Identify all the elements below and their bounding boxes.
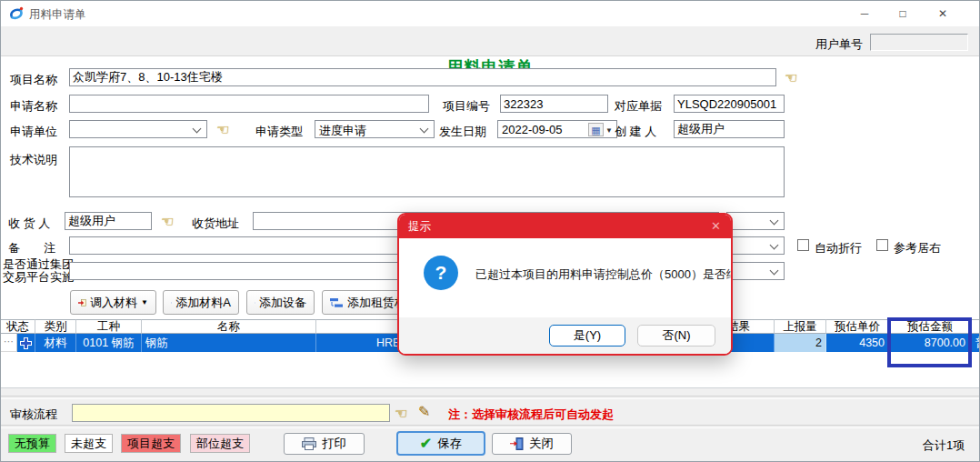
project-picker-hand-icon[interactable]: ☜: [785, 71, 797, 85]
dialog-close-icon[interactable]: ✕: [711, 215, 721, 238]
divider: [1, 396, 979, 399]
chevron-down-icon: [770, 216, 779, 226]
workflow-label: 审核流程: [10, 407, 57, 423]
via-group-label: 是否通过集团交易平台实施: [3, 258, 74, 284]
header-band: 用料申请单 用户单号: [1, 26, 979, 56]
workflow-input[interactable]: [72, 404, 390, 422]
legend-not-over: 未超支: [65, 434, 113, 453]
apply-type-label: 申请类型: [255, 124, 303, 140]
receiver-input[interactable]: [65, 212, 152, 230]
exit-door-icon: [510, 437, 524, 450]
edit-pencil-icon[interactable]: ✎: [418, 405, 430, 419]
highlight-box: [887, 317, 972, 367]
ref-right-checkbox[interactable]: [876, 239, 888, 251]
project-no-input[interactable]: [500, 95, 608, 113]
cell-category: 材料: [35, 334, 76, 352]
project-name-input[interactable]: [69, 68, 776, 86]
remark-select[interactable]: [726, 236, 785, 255]
cell-work-type: 0101 钢筋: [76, 334, 142, 352]
col-report-qty[interactable]: 上报量: [775, 319, 826, 334]
minimize-button[interactable]: ─: [849, 1, 880, 26]
creator-label: 创 建 人: [615, 124, 656, 140]
import-material-button[interactable]: 调入材料 ▼: [70, 290, 156, 315]
material-request-window: 用料申请单 ─ □ ✕ 用料申请单 用户单号 项目名称 ☜ 申请名称 项目编号 …: [0, 0, 980, 462]
tech-note-label: 技术说明: [10, 152, 57, 168]
app-logo-icon: [8, 5, 25, 22]
close-button[interactable]: ✕: [927, 1, 958, 26]
col-name[interactable]: 名称: [142, 319, 316, 334]
user-no-field[interactable]: [870, 34, 968, 51]
col-work-type[interactable]: 工种: [76, 319, 142, 334]
creator-input[interactable]: [674, 120, 785, 138]
occur-date-picker[interactable]: 2022-09-05 ▦ ▼: [497, 120, 617, 138]
receive-addr-label: 收货地址: [192, 216, 239, 232]
calendar-icon[interactable]: ▦: [588, 123, 604, 136]
remark-label: 备 注: [8, 240, 55, 256]
legend-project-over: 项目超支: [121, 434, 181, 453]
prompt-dialog: 提示 ✕ ? 已超过本项目的用料申请控制总价（5000）是否继续? 是(Y) 否…: [397, 213, 733, 356]
cell-report-qty[interactable]: 2: [775, 334, 826, 352]
apply-unit-select[interactable]: [69, 120, 207, 138]
receive-addr-select[interactable]: [726, 212, 785, 230]
add-row-icon: [255, 297, 255, 308]
apply-type-select[interactable]: 进度申请: [315, 120, 435, 138]
via-group-select[interactable]: [726, 262, 785, 280]
import-doc-icon: [78, 296, 86, 309]
dialog-message: 已超过本项目的用料申请控制总价（5000）是否继续?: [475, 266, 733, 283]
cell-extra: 普: [972, 334, 980, 352]
col-category[interactable]: 类别: [35, 319, 76, 334]
col-extra[interactable]: [972, 319, 980, 334]
question-icon: ?: [424, 256, 458, 290]
apply-unit-label: 申请单位: [10, 124, 57, 140]
cell-name: 钢筋: [142, 334, 316, 352]
ref-doc-input[interactable]: [674, 95, 785, 113]
window-title: 用料申请单: [29, 7, 86, 23]
project-name-label: 项目名称: [10, 72, 57, 88]
add-equipment-button[interactable]: 添加设备: [246, 290, 315, 315]
receiver-picker-hand-icon[interactable]: ☜: [161, 215, 174, 229]
check-icon: ✔: [420, 437, 432, 451]
printer-icon: [302, 437, 316, 450]
dropdown-arrow-icon: ▼: [141, 298, 148, 306]
occur-date-label: 发生日期: [439, 124, 486, 140]
chevron-down-icon: [770, 241, 779, 250]
legend-section-over: 部位超支: [190, 434, 250, 453]
auto-wrap-label: 自动折行: [815, 240, 862, 256]
chevron-down-icon: [193, 125, 202, 134]
calendar-dropdown-icon[interactable]: ▼: [605, 126, 613, 135]
add-material-button[interactable]: 添加材料A: [163, 290, 239, 315]
maximize-button[interactable]: □: [887, 1, 918, 26]
total-count: 合计1项: [923, 437, 965, 454]
cell-status: [17, 334, 35, 352]
project-no-label: 项目编号: [443, 98, 490, 115]
yes-button[interactable]: 是(Y): [549, 325, 625, 346]
row-indicator[interactable]: ⋯: [1, 334, 17, 352]
col-status[interactable]: 状态: [1, 319, 35, 334]
add-row-icon: [330, 297, 344, 308]
chevron-down-icon: [770, 266, 779, 276]
chevron-down-icon: [420, 125, 429, 134]
workflow-picker-hand-icon[interactable]: ☜: [395, 407, 407, 421]
legend-no-budget: 无预算: [8, 434, 56, 453]
workflow-note: 注：选择审核流程后可自动发起: [448, 407, 614, 423]
no-button[interactable]: 否(N): [637, 325, 715, 346]
add-row-icon: [171, 297, 172, 308]
tech-note-textarea[interactable]: [69, 146, 785, 197]
auto-wrap-checkbox[interactable]: [797, 239, 809, 251]
close-form-button[interactable]: 关闭: [492, 433, 572, 455]
save-button[interactable]: ✔ 保存: [396, 431, 485, 456]
apply-name-input[interactable]: [69, 95, 429, 113]
insert-plus-icon: [20, 337, 32, 349]
titlebar: 用料申请单 ─ □ ✕: [1, 1, 979, 26]
divider: [1, 425, 979, 428]
apply-name-label: 申请名称: [10, 98, 57, 115]
col-est-price[interactable]: 预估单价: [826, 319, 889, 334]
apply-unit-picker-hand-icon[interactable]: ☜: [216, 123, 229, 137]
dialog-titlebar: 提示: [399, 215, 731, 238]
ref-doc-label: 对应单据: [615, 98, 662, 115]
dialog-footer: 是(Y) 否(N): [399, 317, 731, 354]
user-no-label: 用户单号: [815, 36, 863, 53]
receiver-label: 收 货 人: [8, 216, 50, 232]
cell-est-price: 4350: [826, 334, 889, 352]
print-button[interactable]: 打印: [284, 433, 365, 455]
